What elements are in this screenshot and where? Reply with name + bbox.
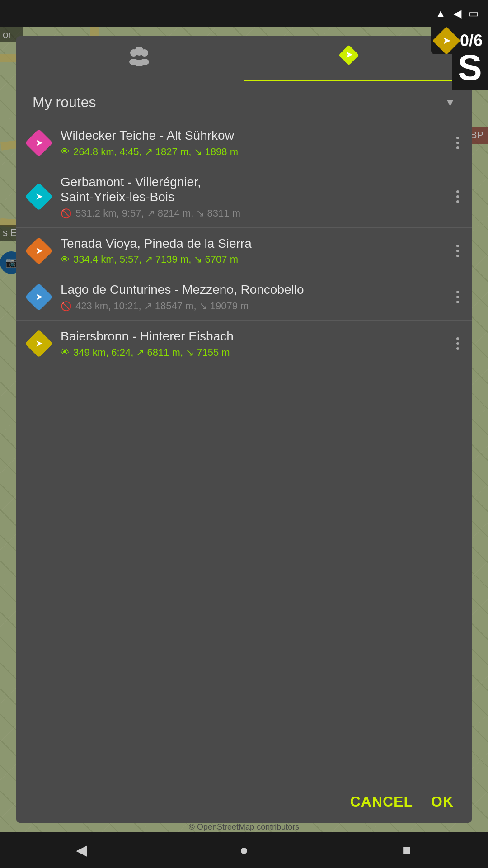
route-item-1[interactable]: ➤ Wildecker Teiche - Alt Sührkow 👁 264.8… xyxy=(16,120,472,166)
route-more-menu-5[interactable] xyxy=(453,337,463,350)
dot-7 xyxy=(456,245,459,247)
route-icon-wrap-3: ➤ xyxy=(25,237,52,264)
svg-point-5 xyxy=(140,59,149,65)
route-visibility-icon-4: 🚫 xyxy=(61,301,72,311)
route-name-1: Wildecker Teiche - Alt Sührkow xyxy=(61,128,453,143)
route-item-2[interactable]: ➤ Gerbamont - Villerégnier,Saint-Yrieix-… xyxy=(16,166,472,228)
battery-icon: ▭ xyxy=(469,7,479,20)
people-icon xyxy=(126,47,153,70)
route-name-5: Baiersbronn - Hinterer Eisbach xyxy=(61,329,453,344)
route-item-4[interactable]: ➤ Lago de Cunturines - Mezzeno, Roncobel… xyxy=(16,274,472,321)
svg-text:➤: ➤ xyxy=(346,50,353,59)
route-more-menu-3[interactable] xyxy=(453,245,463,257)
cancel-button[interactable]: CANCEL xyxy=(350,793,413,810)
route-diamond-5: ➤ xyxy=(25,330,53,358)
route-stats-2: 🚫 531.2 km, 9:57, ↗ 8214 m, ↘ 8311 m xyxy=(61,208,453,219)
route-direction-icon-1: ➤ xyxy=(36,138,42,148)
route-name-3: Tenada Vioya, Pineda de la Sierra xyxy=(61,236,453,251)
dot-6 xyxy=(456,200,459,203)
route-name-4: Lago de Cunturines - Mezzeno, Roncobello xyxy=(61,282,453,297)
route-list: ➤ Wildecker Teiche - Alt Sührkow 👁 264.8… xyxy=(16,120,472,781)
route-diamond-3: ➤ xyxy=(25,236,53,264)
route-icon: ➤ xyxy=(335,45,362,72)
dot-5 xyxy=(456,195,459,198)
route-icon-wrap-4: ➤ xyxy=(25,283,52,311)
back-button[interactable]: ◀ xyxy=(63,836,99,863)
signal-icon: ◀ xyxy=(453,7,461,20)
route-direction-icon-2: ➤ xyxy=(36,192,42,202)
dot-8 xyxy=(456,250,459,252)
dot-4 xyxy=(456,190,459,193)
route-stats-3: 👁 334.4 km, 5:57, ↗ 7139 m, ↘ 6707 m xyxy=(61,254,453,265)
dot-1 xyxy=(456,137,459,139)
route-info-4: Lago de Cunturines - Mezzeno, Roncobello… xyxy=(61,282,453,312)
dropdown-arrow-icon: ▼ xyxy=(445,96,455,109)
route-stats-5: 👁 349 km, 6:24, ↗ 6811 m, ↘ 7155 m xyxy=(61,347,453,359)
route-more-menu-2[interactable] xyxy=(453,190,463,203)
route-direction-icon-3: ➤ xyxy=(36,246,42,256)
status-bar: ▲ ◀ ▭ xyxy=(0,0,488,27)
dialog-content: My routes ▼ ➤ Wildecker Teiche - Alt Süh… xyxy=(16,81,472,781)
hud-route-icon: ➤ xyxy=(432,27,460,55)
svg-point-2 xyxy=(141,49,148,57)
tab-people-underline xyxy=(34,77,244,79)
route-selector[interactable]: My routes ▼ xyxy=(16,81,472,120)
route-item-5[interactable]: ➤ Baiersbronn - Hinterer Eisbach 👁 349 k… xyxy=(16,321,472,367)
dot-12 xyxy=(456,301,459,303)
route-selector-label: My routes xyxy=(33,94,96,111)
ok-button[interactable]: OK xyxy=(431,793,454,810)
route-stats-1: 👁 264.8 km, 4:45, ↗ 1827 m, ↘ 1898 m xyxy=(61,146,453,158)
route-visibility-icon-1: 👁 xyxy=(61,146,70,157)
bottom-navigation: ◀ ● ■ xyxy=(0,832,488,868)
dot-14 xyxy=(456,342,459,345)
route-counter-hud: ➤ 0/6 xyxy=(431,27,488,54)
route-name-2: Gerbamont - Villerégnier,Saint-Yrieix-le… xyxy=(61,175,453,205)
route-stat-text-1: 264.8 km, 4:45, ↗ 1827 m, ↘ 1898 m xyxy=(73,146,238,158)
tab-bar: ➤ xyxy=(16,36,472,81)
tab-route-underline xyxy=(244,80,454,81)
route-visibility-icon-2: 🚫 xyxy=(61,208,72,219)
route-info-2: Gerbamont - Villerégnier,Saint-Yrieix-le… xyxy=(61,175,453,219)
tab-route[interactable]: ➤ xyxy=(244,45,454,81)
route-stat-text-2: 531.2 km, 9:57, ↗ 8214 m, ↘ 8311 m xyxy=(75,208,240,219)
route-selection-dialog: ➤ My routes ▼ ➤ Wildecker Teiche xyxy=(16,36,472,823)
route-more-menu-1[interactable] xyxy=(453,137,463,149)
dot-9 xyxy=(456,255,459,257)
dialog-buttons: CANCEL OK xyxy=(16,781,472,823)
route-icon-wrap-5: ➤ xyxy=(25,330,52,357)
dot-13 xyxy=(456,337,459,340)
route-info-3: Tenada Vioya, Pineda de la Sierra 👁 334.… xyxy=(61,236,453,266)
route-info-5: Baiersbronn - Hinterer Eisbach 👁 349 km,… xyxy=(61,329,453,359)
route-icon-wrap-1: ➤ xyxy=(25,129,52,156)
route-stat-text-5: 349 km, 6:24, ↗ 6811 m, ↘ 7155 m xyxy=(73,347,230,359)
recent-button[interactable]: ■ xyxy=(389,836,425,863)
route-item-3[interactable]: ➤ Tenada Vioya, Pineda de la Sierra 👁 33… xyxy=(16,228,472,274)
route-info-1: Wildecker Teiche - Alt Sührkow 👁 264.8 k… xyxy=(61,128,453,158)
home-button[interactable]: ● xyxy=(226,836,262,863)
route-direction-icon-5: ➤ xyxy=(36,339,42,349)
route-visibility-icon-5: 👁 xyxy=(61,347,70,358)
route-visibility-icon-3: 👁 xyxy=(61,255,70,265)
route-diamond-4: ➤ xyxy=(25,283,53,311)
route-diamond-2: ➤ xyxy=(25,183,53,211)
dot-3 xyxy=(456,146,459,149)
dot-2 xyxy=(456,142,459,144)
dot-10 xyxy=(456,291,459,293)
tab-people[interactable] xyxy=(34,47,244,79)
route-stat-text-4: 423 km, 10:21, ↗ 18547 m, ↘ 19079 m xyxy=(75,300,249,312)
hud-route-count: 0/6 xyxy=(460,31,483,50)
route-stat-text-3: 334.4 km, 5:57, ↗ 7139 m, ↘ 6707 m xyxy=(73,254,238,265)
wifi-icon: ▲ xyxy=(435,7,446,20)
route-icon-wrap-2: ➤ xyxy=(25,183,52,210)
dot-11 xyxy=(456,296,459,298)
dot-15 xyxy=(456,347,459,350)
route-diamond-1: ➤ xyxy=(25,129,53,157)
route-more-menu-4[interactable] xyxy=(453,291,463,303)
route-stats-4: 🚫 423 km, 10:21, ↗ 18547 m, ↘ 19079 m xyxy=(61,300,453,312)
route-direction-icon-4: ➤ xyxy=(36,292,42,302)
